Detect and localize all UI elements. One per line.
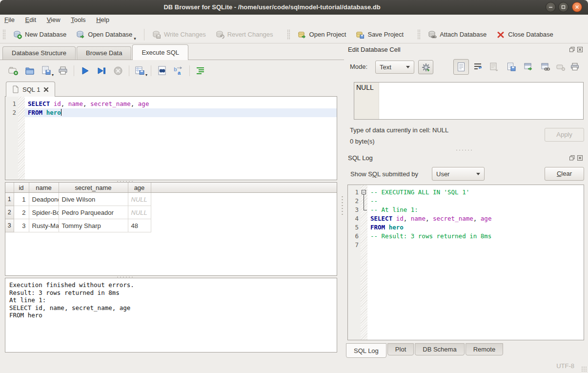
save-sql-file-button[interactable]: ▾ (41, 65, 52, 76)
sql-tab-label: SQL 1 (22, 86, 40, 93)
sql-log-close-button[interactable] (577, 155, 583, 161)
menu-item-file[interactable]: File (0, 15, 19, 25)
replace-button[interactable]: b a (173, 65, 184, 76)
cell[interactable]: NULL (128, 193, 151, 206)
log-text[interactable]: -- EXECUTING ALL IN 'SQL 1'---- At line … (367, 185, 584, 340)
row-header[interactable]: 2 (5, 206, 14, 219)
cell[interactable]: 2 (14, 206, 29, 219)
sql-log-float-button[interactable] (569, 155, 575, 161)
export-icon (507, 62, 516, 72)
right-dock: Edit Database Cell Mode: Text (344, 43, 588, 373)
execute-line-button[interactable] (96, 65, 107, 76)
cell[interactable]: Pedro Parqueador (59, 206, 128, 219)
cell[interactable]: 3 (14, 219, 29, 232)
cell[interactable]: Deadpond (29, 193, 59, 206)
column-header[interactable]: age (128, 183, 151, 193)
write-changes-button: Write Changes (147, 27, 211, 42)
menu-item-help[interactable]: Help (92, 15, 114, 25)
execution-message-panel[interactable]: Execution finished without errors. Resul… (5, 278, 337, 352)
column-header[interactable]: secret_name (59, 183, 128, 193)
save-project-button[interactable]: Save Project (351, 27, 408, 42)
cell[interactable]: 1 (14, 193, 29, 206)
import-data-button (489, 62, 499, 73)
fold-marker[interactable] (361, 188, 367, 197)
tab-execute-sql[interactable]: Execute SQL (132, 44, 188, 60)
attach-database-button[interactable]: Attach Database (423, 27, 491, 42)
results-corner-header[interactable] (5, 183, 14, 193)
toolbar-drag-handle[interactable] (287, 29, 290, 40)
menu-item-edit[interactable]: Edit (21, 15, 41, 25)
tab-remote[interactable]: Remote (466, 343, 504, 355)
panel-splitter[interactable] (341, 195, 344, 215)
maximize-button[interactable] (558, 2, 568, 12)
cell[interactable]: Rusty-Man (29, 219, 59, 232)
tab-db-schema[interactable]: DB Schema (415, 343, 464, 355)
tab-plot[interactable]: Plot (387, 343, 414, 355)
export-data-button[interactable] (507, 62, 516, 73)
column-header[interactable]: id (14, 183, 29, 193)
tab-sql-log[interactable]: SQL Log (346, 343, 386, 358)
row-header[interactable]: 3 (5, 219, 14, 232)
open-database-dropdown-icon[interactable]: ▾ (134, 36, 136, 41)
text-mode-button[interactable] (453, 59, 469, 75)
edit-cell-close-button[interactable] (577, 46, 583, 53)
copy-link-button[interactable] (541, 62, 550, 73)
open-sql-file-button[interactable] (24, 65, 35, 76)
save-results-dropdown-icon[interactable]: ▾ (145, 73, 147, 77)
find-button[interactable] (157, 65, 167, 76)
cell-value-editor[interactable]: NULL (354, 82, 584, 120)
code-line: -- Result: 3 rows returned in 8ms (367, 232, 584, 241)
sql-document-icon (12, 85, 19, 93)
cell-log-splitter[interactable] (455, 149, 474, 151)
cell-size-info: 0 byte(s) (350, 138, 375, 145)
sql-editor-text[interactable]: SELECT id, name, secret_name, ageFROM he… (25, 97, 337, 180)
table-row: 22Spider-BoyPedro ParqueadorNULL (5, 206, 337, 219)
cell[interactable]: Dive Wilson (59, 193, 128, 206)
open-project-icon (298, 30, 306, 39)
menu-item-view[interactable]: View (42, 15, 65, 25)
open-project-button[interactable]: Open Project (293, 27, 351, 42)
close-database-button[interactable]: Close Database (491, 27, 558, 42)
cell[interactable]: Spider-Boy (29, 206, 59, 219)
execute-all-button[interactable] (80, 65, 90, 76)
print-cell-button[interactable] (570, 62, 580, 73)
toolbar-drag-handle[interactable] (417, 29, 421, 40)
resize-grip[interactable] (581, 366, 587, 372)
log-filter-select[interactable]: User (432, 167, 485, 181)
sql-log-editor[interactable]: 1234567 -- EXECUTING ALL IN 'SQL 1'---- … (347, 185, 584, 340)
cell[interactable]: 48 (128, 219, 151, 232)
format-sql-button[interactable] (195, 65, 206, 76)
mode-value: Text (380, 63, 391, 71)
edit-cell-float-button[interactable] (569, 46, 575, 53)
sql-tab-close-icon[interactable] (43, 87, 49, 92)
svg-text:a: a (178, 70, 181, 76)
save-sql-dropdown-icon[interactable]: ▾ (52, 73, 54, 77)
new-sql-tab-button[interactable] (8, 65, 19, 76)
new-database-button[interactable]: New Database (8, 27, 71, 42)
sql-file-tab[interactable]: SQL 1 (6, 82, 55, 97)
row-header[interactable]: 1 (5, 193, 14, 206)
cell[interactable]: NULL (128, 206, 151, 219)
clear-log-button[interactable]: Clear (545, 167, 584, 181)
tab-database-structure[interactable]: Database Structure (2, 46, 76, 60)
toolbar-drag-handle[interactable] (2, 29, 6, 40)
text-document-icon (457, 62, 466, 72)
close-button[interactable] (572, 2, 582, 12)
minimize-button[interactable] (546, 2, 556, 12)
print-sql-button[interactable] (58, 65, 68, 76)
toolbar-label: Write Changes (164, 31, 206, 38)
auto-apply-button[interactable] (418, 60, 433, 74)
title-bar[interactable]: DB Browser for SQLite - /home/user/code/… (0, 0, 588, 15)
column-header[interactable]: name (29, 183, 59, 193)
cell[interactable]: Tommy Sharp (59, 219, 128, 232)
sql-editor[interactable]: 12 SELECT id, name, secret_name, ageFROM… (5, 96, 337, 180)
word-wrap-button[interactable] (473, 62, 483, 73)
mode-select[interactable]: Text (375, 61, 414, 74)
results-grid[interactable]: idnamesecret_nameage 11DeadpondDive Wils… (5, 182, 337, 276)
open-external-button[interactable] (524, 62, 533, 73)
open-database-button[interactable]: Open Database ▾ (71, 27, 141, 42)
tab-browse-data[interactable]: Browse Data (77, 46, 131, 60)
toolbar-separator (189, 65, 190, 76)
menu-item-tools[interactable]: Tools (66, 15, 90, 25)
save-results-button[interactable]: ▾ (135, 65, 145, 76)
